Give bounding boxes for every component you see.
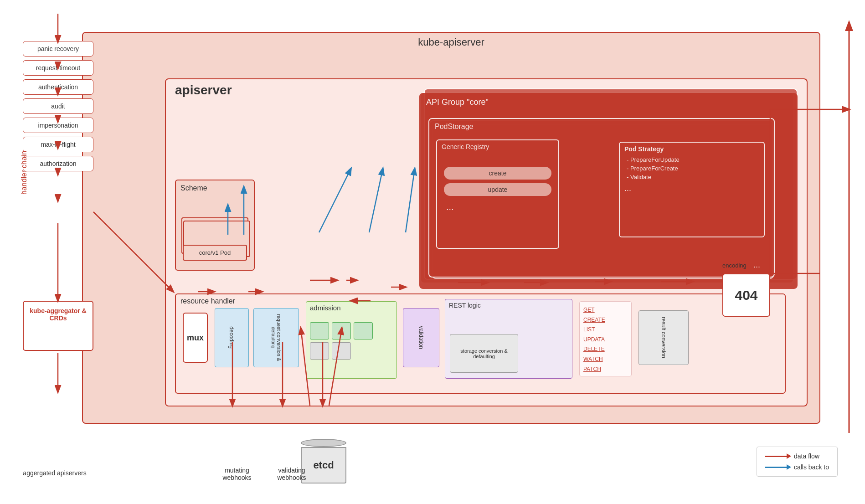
handler-impersonation-label: impersonation: [38, 122, 78, 129]
legend-data-flow: data flow: [765, 453, 829, 460]
etcd-label: etcd: [313, 459, 334, 471]
admission-mini-3: [354, 322, 373, 339]
admission-mini-1: [310, 322, 329, 339]
handler-audit-label: audit: [51, 103, 65, 110]
admission-box: admission: [306, 301, 397, 379]
handler-authorization-label: authorization: [40, 160, 76, 167]
api-group-label: API Group "core": [419, 93, 798, 112]
pod-strategy-item-3: - Validate: [620, 173, 764, 181]
verb-watch: WATCH: [583, 355, 628, 365]
handler-audit: audit: [23, 98, 93, 114]
dots-2: ...: [620, 181, 764, 195]
verb-update: UPDATA: [583, 335, 628, 345]
admission-mini-gray-1: [310, 342, 329, 360]
handler-chain-label: handler chain: [20, 151, 28, 195]
legend-calls-back-label: calls back to: [794, 463, 829, 471]
generic-registry-label: Generic Registry: [437, 140, 558, 153]
kube-aggregator-label: kube-aggregator & CRDs: [30, 307, 86, 322]
conversion-box: request conversion & defaulting: [253, 308, 299, 367]
mutating-webhooks-label: mutating webhooks: [214, 467, 260, 481]
handler-max-in-flight: max-in-flight: [23, 137, 93, 152]
scheme-box: Scheme core/v1 Pod: [175, 180, 255, 271]
handler-authentication: authentication: [23, 79, 93, 95]
handler-authentication-label: authentication: [38, 83, 78, 91]
resource-handler-box: resource handler mux decoding request co…: [175, 293, 786, 394]
legend-box: data flow calls back to: [757, 447, 838, 477]
box-404: 404: [722, 273, 770, 317]
api-group-box: API Group "core" PodStorage Generic Regi…: [419, 93, 798, 289]
kube-aggregator-box: kube-aggregator & CRDs: [23, 301, 93, 351]
verb-list: LIST: [583, 325, 628, 335]
generic-registry-box: Generic Registry create update ...: [436, 139, 559, 249]
apiserver-box: apiserver API Group "core" PodStorage Ge…: [165, 78, 808, 406]
verb-patch: PATCH: [583, 365, 628, 375]
encoding-label: encoding: [722, 262, 747, 269]
legend-blue-arrowhead: [787, 464, 791, 470]
handler-max-in-flight-label: max-in-flight: [41, 141, 75, 148]
validation-box: validation: [403, 308, 439, 367]
mux-box: mux: [183, 313, 208, 363]
rest-verbs-box: GET CREATE LIST UPDATA DELETE WATCH PATC…: [579, 301, 632, 376]
rest-logic-label: REST logic: [445, 299, 572, 311]
admission-label: admission: [306, 302, 396, 314]
legend-blue-arrow: [765, 467, 790, 468]
mux-label: mux: [187, 333, 204, 343]
legend-red-arrow: [765, 456, 790, 457]
404-label: 404: [735, 288, 757, 303]
handler-impersonation: impersonation: [23, 118, 93, 133]
pod-strategy-box: Pod Strategy - PrepareForUpdate - Prepar…: [619, 142, 765, 237]
pod-strategy-item-2: - PrepareForCreate: [620, 164, 764, 173]
dots-3: ...: [753, 260, 760, 270]
handler-authorization: authorization: [23, 156, 93, 171]
create-button: create: [444, 167, 551, 180]
result-conversion-box: result conversion: [638, 310, 689, 365]
pod-strategy-item-1: - PrepareForUpdate: [620, 155, 764, 164]
handler-panic-recovery-label: panic recovery: [37, 45, 79, 52]
legend-calls-back: calls back to: [765, 463, 829, 471]
admission-mini-2: [332, 322, 351, 339]
kube-apiserver-box: kube-apiserver apiserver API Group "core…: [82, 32, 820, 424]
legend-red-arrowhead: [787, 453, 791, 459]
scheme-label: Scheme: [176, 180, 254, 196]
conversion-label: request conversion & defaulting: [271, 311, 282, 365]
handler-request-timeout: request-timeout: [23, 60, 93, 76]
aggregated-apiservers-label: aggergated apiservers: [14, 469, 96, 477]
etcd-top: [301, 439, 346, 447]
handler-chain-wrapper: handler chain panic recovery request-tim…: [23, 41, 93, 175]
validation-label: validation: [418, 326, 424, 350]
legend-data-flow-label: data flow: [794, 453, 819, 460]
verb-delete: DELETE: [583, 345, 628, 355]
admission-mini-gray-2: [332, 342, 351, 360]
verb-create: CREATE: [583, 315, 628, 325]
dots-1: ...: [437, 200, 558, 215]
storage-conversion-label: storage conversion & defaulting: [453, 348, 515, 359]
pod-strategy-label: Pod Strategy: [620, 143, 764, 155]
apiserver-label: apiserver: [175, 83, 232, 98]
rest-logic-box: REST logic storage conversion & defaulti…: [445, 299, 572, 379]
pod-storage-box: PodStorage Generic Registry create updat…: [428, 118, 775, 278]
handler-panic-recovery: panic recovery: [23, 41, 93, 57]
pod-storage-label: PodStorage: [429, 119, 774, 134]
storage-conversion-box: storage conversion & defaulting: [450, 334, 518, 373]
decoding-label: decoding: [229, 327, 235, 349]
diagram-container: kube-apiserver apiserver API Group "core…: [9, 9, 856, 495]
kube-apiserver-label: kube-apiserver: [418, 36, 484, 48]
decoding-box: decoding: [215, 308, 249, 367]
result-conversion-label: result conversion: [660, 317, 667, 359]
update-button: update: [444, 183, 551, 196]
core-v1-pod-box: core/v1 Pod: [183, 245, 247, 261]
verb-get: GET: [583, 305, 628, 315]
handler-request-timeout-label: request-timeout: [36, 64, 80, 72]
validating-webhooks-label: validating webhooks: [269, 467, 314, 481]
